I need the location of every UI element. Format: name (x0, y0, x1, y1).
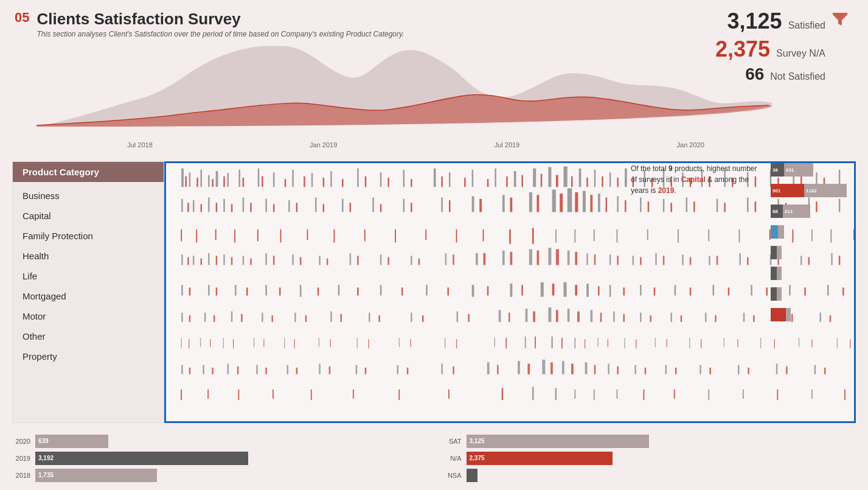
svg-rect-111 (479, 199, 482, 212)
svg-rect-92 (663, 199, 665, 212)
category-item-life[interactable]: Life (13, 266, 164, 286)
category-item-family-protection[interactable]: Family Protection (13, 226, 164, 246)
svg-rect-160 (292, 254, 294, 265)
svg-rect-271 (241, 314, 243, 322)
bar-dark-mortgaged (771, 267, 777, 280)
right-bar-row-capital: 901 1162 (771, 182, 856, 199)
timeline-labels: Jul 2018 Jan 2019 Jul 2019 Jan 2020 (36, 139, 783, 149)
svg-rect-75 (243, 198, 245, 212)
svg-rect-192 (453, 254, 454, 265)
sat-row-nsa: NSA (440, 469, 856, 482)
svg-rect-204 (747, 257, 749, 265)
svg-rect-275 (378, 315, 380, 322)
sat-row-sat: SAT 3,125 (440, 435, 856, 448)
svg-rect-229 (216, 287, 218, 295)
category-item-property[interactable]: Property (13, 346, 164, 366)
svg-rect-259 (548, 307, 551, 322)
svg-rect-219 (563, 282, 566, 297)
svg-rect-340 (441, 363, 443, 374)
svg-rect-85 (529, 192, 532, 212)
svg-rect-260 (568, 309, 570, 322)
svg-rect-240 (598, 286, 600, 295)
svg-rect-167 (502, 251, 505, 265)
svg-rect-186 (273, 256, 275, 265)
svg-rect-371 (748, 368, 749, 374)
svg-rect-15 (434, 169, 436, 187)
svg-rect-55 (541, 173, 543, 187)
sat-bar-na: 2,375 (467, 452, 613, 465)
bottom-section: 2020 639 2019 3,192 2018 1,735 SAT 3,125 (12, 426, 856, 490)
right-bar-row-family: 88 611 (771, 203, 856, 220)
svg-rect-72 (193, 200, 195, 212)
svg-rect-343 (542, 360, 545, 374)
svg-rect-165 (445, 253, 447, 265)
svg-rect-43 (285, 179, 286, 187)
svg-rect-10 (311, 173, 313, 187)
category-list: Business Capital Family Protection Healt… (13, 182, 164, 370)
svg-rect-191 (418, 259, 420, 265)
svg-rect-282 (600, 313, 602, 322)
svg-rect-22 (563, 166, 567, 187)
svg-rect-270 (214, 315, 215, 322)
svg-rect-269 (189, 315, 191, 322)
svg-rect-338 (356, 365, 358, 374)
svg-rect-223 (675, 285, 676, 295)
bar-blue-health (771, 225, 778, 239)
svg-rect-119 (648, 201, 650, 212)
category-item-motor[interactable]: Motor (13, 306, 164, 326)
bar-dark-business: 38 (771, 163, 784, 177)
svg-rect-345 (585, 362, 588, 374)
svg-rect-162 (350, 253, 352, 265)
svg-rect-361 (453, 366, 454, 374)
bar-dark-value-business: 38 (771, 167, 780, 173)
filter-icon[interactable] (830, 9, 850, 28)
svg-rect-24 (594, 170, 596, 187)
section-number: 05 (15, 10, 29, 26)
svg-rect-84 (502, 195, 505, 212)
svg-rect-101 (216, 203, 218, 212)
survey-na-label: Survey N/A (776, 48, 825, 59)
category-item-business[interactable]: Business (13, 186, 164, 206)
svg-rect-341 (487, 362, 490, 374)
svg-rect-266 (743, 313, 745, 322)
svg-rect-6 (238, 170, 240, 187)
svg-rect-78 (315, 198, 317, 212)
svg-rect-164 (411, 256, 412, 265)
svg-rect-48 (387, 178, 389, 187)
svg-rect-46 (342, 179, 344, 187)
svg-rect-350 (738, 365, 740, 374)
year-bar-value-2020: 639 (35, 438, 52, 444)
svg-rect-363 (527, 363, 530, 374)
category-item-capital[interactable]: Capital (13, 206, 164, 226)
svg-rect-168 (529, 249, 532, 265)
category-item-mortgaged[interactable]: Mortgaged (13, 286, 164, 306)
svg-rect-21 (548, 167, 551, 187)
svg-rect-23 (579, 169, 582, 187)
bar-red-other (771, 308, 786, 321)
svg-rect-185 (250, 259, 252, 265)
satisfied-label: Satisfied (788, 20, 825, 31)
svg-rect-89 (598, 194, 600, 212)
bar-dark-value-family: 88 (771, 209, 780, 214)
info-prefix: Of the total (631, 164, 667, 173)
svg-rect-274 (341, 314, 342, 322)
svg-rect-279 (533, 312, 535, 322)
svg-rect-255 (411, 313, 412, 322)
svg-rect-47 (365, 177, 367, 187)
svg-rect-280 (556, 310, 558, 322)
svg-rect-287 (753, 315, 755, 322)
year-bar-fill-2019: 3,192 (35, 452, 248, 465)
bar-light-life (777, 246, 782, 259)
category-item-health[interactable]: Health (13, 246, 164, 266)
svg-rect-276 (422, 315, 424, 322)
category-item-other[interactable]: Other (13, 326, 164, 346)
page-subtitle: This section analyses Client's Satisfact… (36, 30, 404, 38)
svg-rect-281 (577, 312, 580, 322)
svg-rect-188 (327, 259, 328, 265)
bar-light-value-family: 611 (783, 209, 794, 214)
svg-rect-354 (212, 368, 214, 374)
svg-rect-358 (329, 366, 331, 374)
svg-rect-156 (208, 253, 210, 265)
svg-rect-26 (625, 169, 627, 187)
svg-rect-335 (256, 365, 258, 374)
